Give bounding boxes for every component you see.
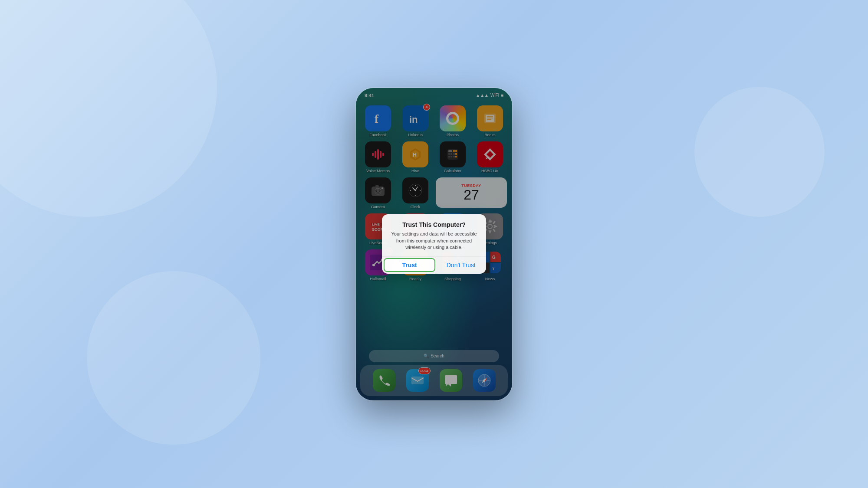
dialog-title: Trust This Computer? — [389, 221, 479, 228]
trust-button[interactable]: Trust — [384, 258, 435, 272]
phone-device: 9:41 ▲▲▲ WiFi ■ f Facebook 4 in Link — [356, 88, 512, 400]
dont-trust-button[interactable]: Don't Trust — [436, 256, 486, 274]
trust-dialog: Trust This Computer? Your settings and d… — [382, 214, 486, 274]
dialog-buttons: Trust Don't Trust — [382, 256, 486, 274]
dialog-overlay: Trust This Computer? Your settings and d… — [356, 88, 512, 400]
dialog-message: Your settings and data will be accessibl… — [389, 231, 479, 251]
bg-decoration-3 — [694, 87, 825, 217]
bg-decoration-2 — [87, 271, 260, 445]
dialog-content: Trust This Computer? Your settings and d… — [382, 214, 486, 256]
bg-decoration-1 — [0, 0, 217, 217]
